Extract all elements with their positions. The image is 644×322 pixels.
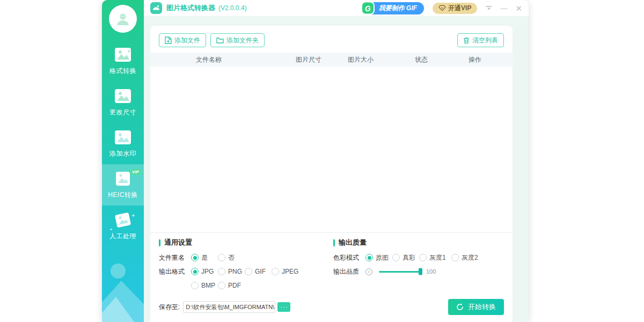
- sidebar-item-label: 人工处理: [109, 232, 136, 241]
- radio-color-truecolor[interactable]: 真彩: [392, 253, 419, 262]
- content-card: 添加文件 添加文件夹 清空列表: [150, 26, 513, 322]
- general-settings-section: 通用设置 文件重名 是 否 输出格式: [159, 238, 333, 295]
- file-table-header: 文件名称 图片尺寸 图片大小 状态 操作: [150, 53, 513, 67]
- trash-icon: [463, 37, 470, 44]
- section-bar: [333, 239, 335, 246]
- sidebar-item-label: 添加水印: [109, 149, 136, 158]
- open-vip-label: 开通VIP: [448, 4, 471, 13]
- user-icon: [115, 11, 131, 27]
- vip-badge: VIP: [130, 169, 141, 175]
- resize-icon: [114, 88, 132, 104]
- titlebar: 图片格式转换器 (V2.0.0.4) G 我要制作 GIF 开通VIP — ✕: [144, 0, 529, 16]
- start-convert-button[interactable]: 开始转换: [448, 299, 504, 315]
- output-format-label: 输出格式: [159, 267, 191, 276]
- sidebar-item-resize[interactable]: 更改尺寸: [102, 82, 144, 123]
- rename-label: 文件重名: [159, 253, 191, 262]
- file-plus-icon: [165, 36, 172, 44]
- clear-list-button[interactable]: 清空列表: [457, 33, 504, 47]
- make-gif-button[interactable]: G 我要制作 GIF: [364, 2, 424, 14]
- add-file-button[interactable]: 添加文件: [159, 33, 206, 47]
- output-quality-row: 输出品质 i 100: [333, 267, 504, 276]
- output-quality-label: 输出品质: [333, 267, 365, 276]
- folder-icon: [216, 37, 224, 43]
- diamond-icon: [438, 5, 446, 11]
- radio-color-gray1[interactable]: 灰度1: [419, 253, 451, 262]
- main-area: 图片格式转换器 (V2.0.0.4) G 我要制作 GIF 开通VIP — ✕: [144, 0, 529, 322]
- output-format-row-2: BMP PDF: [159, 281, 333, 290]
- radio-dot: [191, 268, 199, 275]
- sidebar-item-format-convert[interactable]: 格式转换: [102, 40, 144, 82]
- column-image-size: 图片大小: [348, 55, 374, 64]
- quality-slider-handle[interactable]: [419, 268, 422, 275]
- sidebar-item-label: HEIC转换: [108, 191, 138, 200]
- radio-format-bmp[interactable]: BMP: [191, 282, 218, 289]
- sidebar-nav: 格式转换 更改尺寸 添加水印 VIP: [102, 40, 144, 247]
- add-file-label: 添加文件: [174, 36, 200, 45]
- radio-format-png[interactable]: PNG: [218, 268, 245, 275]
- radio-format-jpg[interactable]: JPG: [191, 268, 218, 275]
- settings-panel: 通用设置 文件重名 是 否 输出格式: [150, 232, 513, 296]
- close-icon[interactable]: ✕: [515, 4, 522, 12]
- browse-button[interactable]: ···: [277, 302, 290, 312]
- app-title: 图片格式转换器: [166, 3, 215, 13]
- column-actions: 操作: [469, 55, 481, 64]
- window-controls: — ✕: [486, 4, 522, 12]
- file-table-body: [150, 67, 513, 232]
- radio-color-original[interactable]: 原图: [365, 253, 392, 262]
- quality-slider[interactable]: [379, 271, 421, 273]
- sidebar-item-manual-process[interactable]: ✦ ✦ 人工处理: [102, 206, 144, 247]
- output-quality-section: 输出质量 色彩模式 原图 真彩: [333, 238, 504, 295]
- radio-dot: [392, 254, 400, 261]
- color-mode-row: 色彩模式 原图 真彩 灰度1: [333, 253, 504, 262]
- sidebar-item-heic-convert[interactable]: VIP HEIC转换: [102, 164, 144, 206]
- open-vip-button[interactable]: 开通VIP: [433, 3, 477, 14]
- clear-list-label: 清空列表: [472, 36, 498, 45]
- radio-color-gray2[interactable]: 灰度2: [451, 253, 484, 262]
- refresh-icon: [456, 303, 464, 311]
- save-path-input[interactable]: D:\软件安装包\M_IMGFORMATN\图片格: [183, 301, 275, 313]
- radio-dot: [245, 268, 252, 275]
- radio-format-gif[interactable]: GIF: [245, 268, 272, 275]
- info-icon[interactable]: i: [365, 268, 372, 275]
- sidebar-item-watermark[interactable]: 添加水印: [102, 123, 144, 164]
- format-convert-icon: [114, 47, 132, 63]
- watermark-icon: [114, 129, 132, 145]
- radio-dot: [451, 254, 459, 261]
- radio-dot: [191, 282, 199, 289]
- radio-format-jpeg[interactable]: JPEG: [272, 268, 298, 275]
- column-image-dimensions: 图片尺寸: [296, 55, 321, 64]
- sidebar: 格式转换 更改尺寸 添加水印 VIP: [102, 0, 144, 322]
- save-to-label: 保存至:: [159, 303, 180, 312]
- add-folder-label: 添加文件夹: [226, 36, 259, 45]
- radio-rename-no[interactable]: 否: [218, 253, 245, 262]
- app-version: (V2.0.0.4): [218, 4, 247, 12]
- radio-dot: [218, 254, 225, 261]
- output-format-row: 输出格式 JPG PNG GIF: [159, 267, 333, 276]
- color-mode-label: 色彩模式: [333, 253, 365, 262]
- radio-rename-yes[interactable]: 是: [191, 253, 218, 262]
- column-status: 状态: [415, 55, 428, 64]
- tray-icon[interactable]: [486, 6, 492, 11]
- sparkle-icon: ✦: [109, 228, 113, 232]
- make-gif-label: 我要制作 GIF: [379, 4, 417, 13]
- sidebar-item-label: 更改尺寸: [109, 108, 136, 117]
- radio-dot: [218, 268, 225, 275]
- general-settings-title: 通用设置: [159, 238, 333, 247]
- radio-dot: [191, 254, 199, 261]
- minimize-icon[interactable]: —: [500, 5, 507, 12]
- radio-dot: [365, 254, 373, 261]
- app-logo-icon: [150, 2, 162, 14]
- start-convert-label: 开始转换: [468, 302, 496, 312]
- gif-logo-icon: G: [361, 2, 375, 15]
- add-folder-button[interactable]: 添加文件夹: [210, 33, 265, 47]
- footer-bar: 保存至: D:\软件安装包\M_IMGFORMATN\图片格 ··· 开始转换: [150, 296, 513, 322]
- app-window: 格式转换 更改尺寸 添加水印 VIP: [102, 0, 529, 322]
- radio-format-pdf[interactable]: PDF: [218, 282, 245, 289]
- avatar[interactable]: [109, 5, 137, 33]
- quality-value: 100: [426, 268, 436, 275]
- radio-dot: [419, 254, 427, 261]
- output-quality-title: 输出质量: [333, 238, 504, 247]
- column-file-name: 文件名称: [196, 55, 222, 64]
- decorative-mountains: [102, 260, 144, 322]
- radio-dot: [218, 282, 225, 289]
